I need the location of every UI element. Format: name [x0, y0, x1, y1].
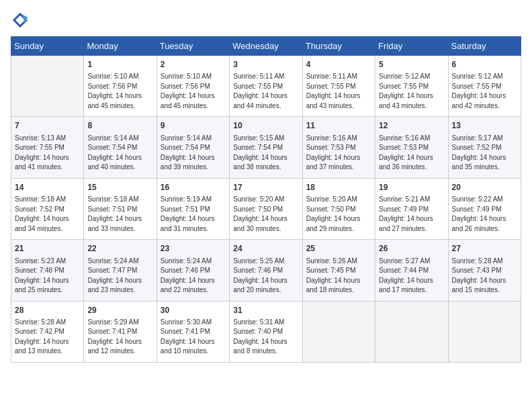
calendar-day: 6Sunrise: 5:12 AM Sunset: 7:55 PM Daylig…	[448, 56, 521, 117]
calendar-day: 15Sunrise: 5:18 AM Sunset: 7:51 PM Dayli…	[84, 178, 157, 239]
day-number: 23	[161, 243, 226, 255]
weekday-header-row: SundayMondayTuesdayWednesdayThursdayFrid…	[11, 37, 521, 56]
day-info: Sunrise: 5:18 AM Sunset: 7:52 PM Dayligh…	[15, 195, 80, 234]
calendar-day: 10Sunrise: 5:15 AM Sunset: 7:54 PM Dayli…	[230, 117, 302, 178]
calendar-day: 30Sunrise: 5:30 AM Sunset: 7:41 PM Dayli…	[157, 301, 229, 362]
calendar-week-4: 21Sunrise: 5:23 AM Sunset: 7:48 PM Dayli…	[11, 240, 521, 301]
calendar-day: 27Sunrise: 5:28 AM Sunset: 7:43 PM Dayli…	[448, 240, 521, 301]
calendar-day: 20Sunrise: 5:22 AM Sunset: 7:49 PM Dayli…	[448, 178, 521, 239]
day-number: 31	[233, 305, 298, 316]
day-number: 12	[379, 120, 444, 132]
day-number: 6	[452, 59, 517, 71]
calendar-day: 25Sunrise: 5:26 AM Sunset: 7:45 PM Dayli…	[302, 240, 375, 301]
day-info: Sunrise: 5:11 AM Sunset: 7:55 PM Dayligh…	[306, 72, 371, 111]
calendar-day: 11Sunrise: 5:16 AM Sunset: 7:53 PM Dayli…	[302, 117, 375, 178]
day-number: 3	[233, 59, 298, 71]
day-info: Sunrise: 5:25 AM Sunset: 7:46 PM Dayligh…	[233, 257, 298, 295]
day-number: 8	[87, 120, 152, 132]
day-info: Sunrise: 5:14 AM Sunset: 7:54 PM Dayligh…	[87, 134, 152, 173]
day-number: 5	[379, 59, 444, 71]
day-info: Sunrise: 5:17 AM Sunset: 7:52 PM Dayligh…	[452, 134, 517, 173]
day-number: 17	[233, 182, 298, 193]
calendar-day	[448, 301, 521, 362]
day-number: 16	[161, 182, 226, 193]
calendar-day	[11, 56, 84, 117]
day-info: Sunrise: 5:27 AM Sunset: 7:44 PM Dayligh…	[379, 257, 444, 295]
calendar-day: 29Sunrise: 5:29 AM Sunset: 7:41 PM Dayli…	[84, 301, 157, 362]
day-info: Sunrise: 5:31 AM Sunset: 7:40 PM Dayligh…	[233, 318, 298, 357]
day-number: 15	[87, 182, 152, 193]
day-info: Sunrise: 5:10 AM Sunset: 7:56 PM Dayligh…	[87, 72, 152, 111]
day-info: Sunrise: 5:24 AM Sunset: 7:47 PM Dayligh…	[87, 257, 152, 295]
day-info: Sunrise: 5:26 AM Sunset: 7:45 PM Dayligh…	[306, 257, 371, 295]
day-number: 11	[306, 120, 371, 132]
calendar-day: 7Sunrise: 5:13 AM Sunset: 7:55 PM Daylig…	[11, 117, 84, 178]
day-number: 21	[15, 243, 80, 255]
day-info: Sunrise: 5:14 AM Sunset: 7:54 PM Dayligh…	[161, 134, 226, 173]
calendar-day: 9Sunrise: 5:14 AM Sunset: 7:54 PM Daylig…	[157, 117, 229, 178]
calendar-week-1: 1Sunrise: 5:10 AM Sunset: 7:56 PM Daylig…	[11, 56, 521, 117]
calendar-week-3: 14Sunrise: 5:18 AM Sunset: 7:52 PM Dayli…	[11, 178, 521, 239]
calendar-week-5: 28Sunrise: 5:28 AM Sunset: 7:42 PM Dayli…	[11, 301, 521, 362]
calendar-day: 16Sunrise: 5:19 AM Sunset: 7:51 PM Dayli…	[157, 178, 229, 239]
day-info: Sunrise: 5:12 AM Sunset: 7:55 PM Dayligh…	[379, 72, 444, 111]
day-info: Sunrise: 5:23 AM Sunset: 7:48 PM Dayligh…	[15, 257, 80, 295]
day-number: 2	[161, 59, 226, 71]
logo	[11, 11, 32, 30]
calendar-day: 14Sunrise: 5:18 AM Sunset: 7:52 PM Dayli…	[11, 178, 84, 239]
day-info: Sunrise: 5:12 AM Sunset: 7:55 PM Dayligh…	[452, 72, 517, 111]
day-number: 1	[87, 59, 152, 71]
day-info: Sunrise: 5:24 AM Sunset: 7:46 PM Dayligh…	[161, 257, 226, 295]
weekday-header-sunday: Sunday	[11, 37, 84, 56]
day-info: Sunrise: 5:30 AM Sunset: 7:41 PM Dayligh…	[161, 318, 226, 357]
day-number: 14	[15, 182, 80, 193]
calendar-day: 1Sunrise: 5:10 AM Sunset: 7:56 PM Daylig…	[84, 56, 157, 117]
calendar-day: 23Sunrise: 5:24 AM Sunset: 7:46 PM Dayli…	[157, 240, 229, 301]
calendar-day: 26Sunrise: 5:27 AM Sunset: 7:44 PM Dayli…	[375, 240, 448, 301]
calendar-day: 8Sunrise: 5:14 AM Sunset: 7:54 PM Daylig…	[84, 117, 157, 178]
weekday-header-monday: Monday	[84, 37, 157, 56]
day-number: 29	[87, 305, 152, 316]
weekday-header-friday: Friday	[375, 37, 448, 56]
calendar-day: 2Sunrise: 5:10 AM Sunset: 7:56 PM Daylig…	[157, 56, 229, 117]
day-number: 25	[306, 243, 371, 255]
day-info: Sunrise: 5:10 AM Sunset: 7:56 PM Dayligh…	[161, 72, 226, 111]
day-info: Sunrise: 5:13 AM Sunset: 7:55 PM Dayligh…	[15, 134, 80, 173]
day-info: Sunrise: 5:28 AM Sunset: 7:43 PM Dayligh…	[452, 257, 517, 295]
calendar-day: 31Sunrise: 5:31 AM Sunset: 7:40 PM Dayli…	[230, 301, 302, 362]
calendar-day: 24Sunrise: 5:25 AM Sunset: 7:46 PM Dayli…	[230, 240, 302, 301]
day-number: 20	[452, 182, 517, 193]
calendar-day	[375, 301, 448, 362]
day-number: 26	[379, 243, 444, 255]
day-number: 18	[306, 182, 371, 193]
weekday-header-tuesday: Tuesday	[157, 37, 229, 56]
day-info: Sunrise: 5:20 AM Sunset: 7:50 PM Dayligh…	[233, 195, 298, 234]
day-info: Sunrise: 5:19 AM Sunset: 7:51 PM Dayligh…	[161, 195, 226, 234]
day-info: Sunrise: 5:22 AM Sunset: 7:49 PM Dayligh…	[452, 195, 517, 234]
calendar-day: 18Sunrise: 5:20 AM Sunset: 7:50 PM Dayli…	[302, 178, 375, 239]
weekday-header-saturday: Saturday	[448, 37, 521, 56]
day-number: 30	[161, 305, 226, 316]
calendar-table: SundayMondayTuesdayWednesdayThursdayFrid…	[11, 36, 521, 363]
calendar-day: 19Sunrise: 5:21 AM Sunset: 7:49 PM Dayli…	[375, 178, 448, 239]
day-info: Sunrise: 5:29 AM Sunset: 7:41 PM Dayligh…	[87, 318, 152, 357]
day-info: Sunrise: 5:20 AM Sunset: 7:50 PM Dayligh…	[306, 195, 371, 234]
day-number: 27	[452, 243, 517, 255]
day-info: Sunrise: 5:28 AM Sunset: 7:42 PM Dayligh…	[15, 318, 80, 357]
calendar-day: 17Sunrise: 5:20 AM Sunset: 7:50 PM Dayli…	[230, 178, 302, 239]
day-number: 24	[233, 243, 298, 255]
day-info: Sunrise: 5:15 AM Sunset: 7:54 PM Dayligh…	[233, 134, 298, 173]
logo-icon	[11, 11, 30, 30]
day-info: Sunrise: 5:11 AM Sunset: 7:55 PM Dayligh…	[233, 72, 298, 111]
day-number: 4	[306, 59, 371, 71]
day-info: Sunrise: 5:16 AM Sunset: 7:53 PM Dayligh…	[306, 134, 371, 173]
calendar-day: 22Sunrise: 5:24 AM Sunset: 7:47 PM Dayli…	[84, 240, 157, 301]
calendar-day: 21Sunrise: 5:23 AM Sunset: 7:48 PM Dayli…	[11, 240, 84, 301]
day-info: Sunrise: 5:21 AM Sunset: 7:49 PM Dayligh…	[379, 195, 444, 234]
day-number: 28	[15, 305, 80, 316]
calendar-day: 4Sunrise: 5:11 AM Sunset: 7:55 PM Daylig…	[302, 56, 375, 117]
calendar-week-2: 7Sunrise: 5:13 AM Sunset: 7:55 PM Daylig…	[11, 117, 521, 178]
calendar-day	[302, 301, 375, 362]
calendar-day: 28Sunrise: 5:28 AM Sunset: 7:42 PM Dayli…	[11, 301, 84, 362]
day-number: 7	[15, 120, 80, 132]
